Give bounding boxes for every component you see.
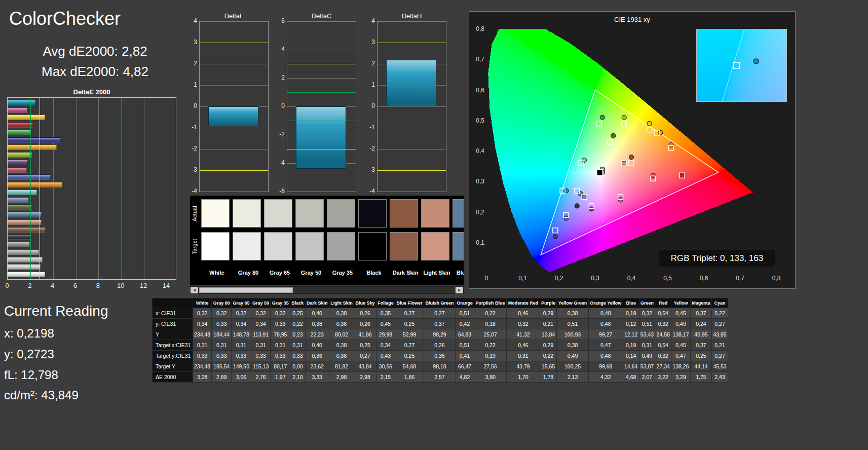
value-cell: 1,86	[395, 372, 424, 383]
value-cell: 0,36	[329, 351, 354, 361]
value-cell: 0,12	[623, 319, 639, 329]
column-header: Yellow Green	[557, 298, 589, 308]
value-cell: 0,38	[557, 308, 589, 319]
gridline	[378, 192, 446, 192]
patch-name-row: WhiteGray 80Gray 65Gray 50Gray 35BlackDa…	[201, 265, 464, 280]
value-cell: 0,45	[376, 319, 395, 329]
value-cell: 4,82	[455, 372, 474, 383]
cie-x-tick-label: 0,6	[697, 275, 710, 282]
deltac-chart: DeltaC 6420-2-4-6	[274, 12, 356, 201]
value-cell: 1,78	[540, 372, 557, 383]
value-cell: 0,51	[639, 319, 655, 329]
green-threshold-line	[287, 92, 356, 93]
value-cell: 0,40	[305, 308, 329, 319]
cie-x-tick-label: 0,5	[661, 275, 674, 282]
patch-name: Dark Skin	[390, 265, 421, 280]
value-cell: 0,33	[232, 351, 251, 361]
value-cell: 0,14	[623, 351, 639, 361]
deltae-x-axis: 02468101214	[0, 282, 193, 291]
deltae-bar-purple	[8, 160, 28, 165]
gridline	[287, 50, 356, 50]
patch-swatch-actual	[201, 199, 230, 228]
value-cell: 0,47	[671, 351, 691, 361]
value-cell: 2,57	[424, 372, 455, 383]
gridline	[378, 106, 446, 107]
cie-y-tick-label: 0,5	[471, 117, 484, 124]
value-cell: 64,83	[455, 329, 474, 340]
value-cell: 0,32	[193, 308, 212, 319]
value-cell: 3,06	[232, 372, 251, 383]
deltal-chart-title: DeltaL	[199, 12, 269, 20]
x-tick-label: 14	[160, 282, 172, 289]
value-cell: 0,54	[655, 308, 671, 319]
scroll-right-button[interactable]: ►	[456, 287, 463, 293]
column-header: Gray 65	[232, 298, 251, 308]
value-cell: 44,14	[690, 361, 711, 372]
value-cell: 0,24	[690, 319, 711, 329]
y-tick-label: -4	[363, 188, 375, 195]
gridline	[378, 21, 446, 22]
value-cell: 66,47	[455, 361, 474, 372]
value-cell: 3,28	[193, 372, 212, 383]
y-tick-label: 2	[273, 74, 285, 81]
value-cell: 0,25	[290, 308, 306, 319]
cie-panel: CIE 1931 xy RGB Triplet: 0, 133, 163 00,…	[469, 11, 796, 289]
value-cell: 2,15	[376, 372, 395, 383]
deltal-plot-area	[199, 21, 269, 192]
column-header: Moderate Red	[507, 298, 540, 308]
value-cell: 0,47	[588, 340, 623, 351]
deltae-bar-magenta	[8, 107, 27, 113]
actual-patch-row	[201, 199, 464, 229]
value-cell: 0,36	[329, 319, 354, 329]
value-cell: 41,86	[354, 329, 376, 340]
value-cell: 0,33	[193, 351, 212, 361]
table-row: Y234,48184,44148,78113,9178,950,2322,238…	[153, 329, 728, 340]
y-tick-label: -4	[185, 188, 197, 195]
value-cell: 0,36	[305, 351, 329, 361]
x-tick-label: 8	[92, 282, 104, 289]
deltac-plot-area	[287, 21, 356, 192]
value-cell: 0,26	[354, 319, 376, 329]
y-tick-label: -2	[363, 145, 375, 152]
gridline	[76, 98, 77, 279]
patch-name: Gray 80	[233, 265, 264, 280]
value-cell: 0,19	[623, 308, 639, 319]
patch-swatch-target	[421, 232, 449, 260]
value-cell: 99,27	[588, 329, 623, 340]
scroll-left-button[interactable]: ◄	[191, 287, 198, 293]
horizontal-scrollbar[interactable]: ◄ ►	[190, 286, 464, 294]
value-cell: 0,27	[354, 351, 376, 361]
cie-x-tick-label: 0	[480, 275, 493, 282]
value-cell: 52,99	[395, 329, 424, 340]
deltac-chart-title: DeltaC	[287, 12, 356, 20]
value-cell: 0,46	[507, 340, 540, 351]
gridline	[287, 21, 356, 22]
gridline	[287, 78, 356, 79]
value-cell: 0,19	[474, 351, 507, 361]
table-row: Target Y234,48185,54149,50115,1380,170,0…	[153, 361, 728, 372]
patch-name: Blue Sky	[452, 265, 464, 280]
value-cell: 80,17	[271, 361, 290, 372]
scrollbar-thumb[interactable]	[199, 287, 293, 293]
scrollbar-track[interactable]	[198, 287, 456, 293]
value-cell: 1,75	[690, 372, 711, 383]
value-cell: 0,27	[712, 319, 728, 329]
red-reference-line	[121, 98, 122, 279]
column-header: Dark Skin	[305, 298, 329, 308]
target-patch-row	[201, 232, 464, 261]
y-tick-label: 4	[363, 17, 375, 24]
row-label: x: CIE31	[153, 308, 193, 319]
cie-y-tick-label: 0,1	[471, 239, 484, 246]
value-cell: 0,33	[271, 319, 290, 329]
value-cell: 185,54	[212, 361, 232, 372]
deltae-bar-gray-35	[8, 242, 30, 247]
yellow-threshold-line	[287, 149, 356, 149]
y-tick-label: -6	[273, 188, 285, 195]
gridline	[200, 192, 268, 192]
y-tick-label: -3	[363, 166, 375, 173]
gridline	[287, 192, 356, 192]
green-threshold-line	[378, 85, 446, 86]
value-cell: 14,64	[623, 361, 639, 372]
value-cell: 43,85	[712, 329, 728, 340]
current-reading-y: y: 0,2723	[4, 347, 54, 361]
